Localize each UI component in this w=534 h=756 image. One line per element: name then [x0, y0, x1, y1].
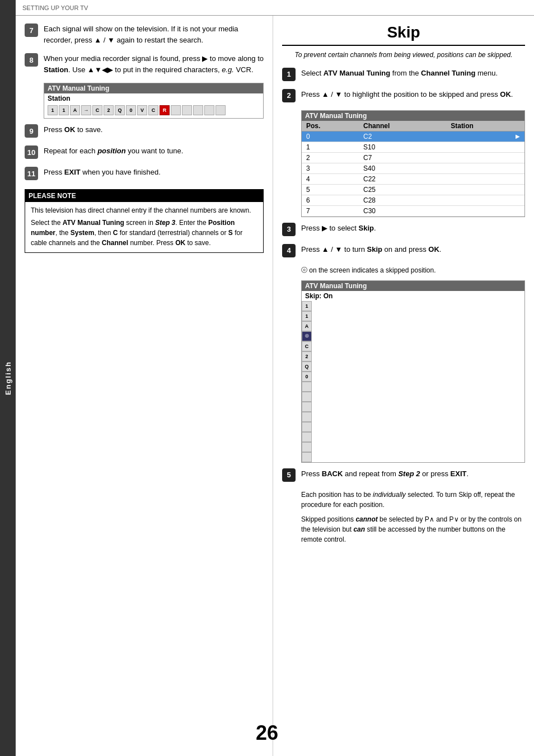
skip-step-3-text: Press ▶ to select Skip. [301, 223, 525, 234]
step-9-number: 9 [25, 124, 38, 138]
key-blank4 [204, 105, 214, 115]
step-9: 9 Press OK to save. [25, 124, 264, 138]
skip-key-0: 0 [302, 372, 312, 382]
skip-icon: ⦾ [301, 265, 307, 274]
cell-pos-7: 7 [302, 205, 359, 216]
step-9-text: Press OK to save. [44, 124, 264, 135]
main-content: 7 Each signal will show on the televisio… [16, 16, 534, 756]
page-number: 26 [256, 721, 278, 745]
step-5-extra-2: Skipped positions cannot be selected by … [301, 514, 525, 544]
step-7-text: Each signal will show on the television.… [44, 24, 264, 45]
cell-pos-0: 0 [302, 131, 359, 142]
skip-on-title: ATV Manual Tuning [302, 281, 524, 291]
key-R: R [160, 105, 170, 115]
skip-key-blank8 [302, 452, 312, 462]
cell-channel-4: C22 [359, 173, 446, 184]
cell-station-4 [446, 173, 524, 184]
step-11: 11 Press EXIT when you have finished. [25, 167, 264, 180]
step-5-extra: Each position has to be individually sel… [301, 490, 525, 544]
step-8-number: 8 [25, 53, 38, 67]
note-line-1: This television has direct channel entry… [31, 205, 257, 215]
cell-station-3 [446, 163, 524, 173]
step-10: 10 Repeat for each position you want to … [25, 145, 264, 159]
cell-channel-1: S10 [359, 142, 446, 152]
skip-key-blank1 [302, 382, 312, 392]
skip-step-3: 3 Press ▶ to select Skip. [282, 223, 525, 236]
skip-key-blank2 [302, 392, 312, 402]
language-label: English [4, 361, 12, 395]
table-row-6: 6 C28 [302, 195, 524, 205]
col-pos: Pos. [302, 121, 359, 132]
skip-subtitle: To prevent certain channels from being v… [282, 50, 525, 60]
skip-on-box: ATV Manual Tuning Skip: On 1 1 A ⦾ C 2 Q… [301, 280, 525, 463]
atv-keyboard: 1 1 A → C 2 Q 0 V C R [44, 104, 263, 118]
cell-station-7 [446, 205, 524, 216]
key-blank2 [182, 105, 192, 115]
right-column: Skip To prevent certain channels from be… [273, 16, 534, 756]
key-0: 0 [126, 105, 136, 115]
cell-pos-3: 3 [302, 163, 359, 173]
skip-key-1a: 1 [302, 301, 312, 311]
skip-key-1b: 1 [302, 311, 312, 321]
step-8-text: When your media recorder signal is found… [44, 53, 264, 75]
skip-step-1: 1 Select ATV Manual Tuning from the Chan… [282, 68, 525, 81]
step-7-number: 7 [25, 24, 38, 37]
cell-station-0: ▶ [446, 131, 524, 142]
skip-step-5: 5 Press BACK and repeat from Step 2 or p… [282, 468, 525, 482]
language-tab: English [0, 0, 16, 756]
key-blank1 [171, 105, 181, 115]
skip-on-label: Skip: On [302, 291, 524, 301]
key-Q: Q [115, 105, 125, 115]
key-C2: C [148, 105, 158, 115]
cell-channel-0: C2 [359, 131, 446, 142]
skip-key-blank7 [302, 442, 312, 452]
step-5-extra-1: Each position has to be individually sel… [301, 490, 525, 510]
skip-step-4: 4 Press ▲ / ▼ to turn Skip on and press … [282, 244, 525, 257]
key-1b: 1 [59, 105, 69, 115]
table-row-1: 1 S10 [302, 142, 524, 152]
atv-table-title: ATV Manual Tuning [302, 111, 524, 121]
cell-pos-2: 2 [302, 152, 359, 163]
key-blank3 [193, 105, 203, 115]
key-V: V [137, 105, 147, 115]
atv-box-title: ATV Manual Tuning [44, 83, 263, 93]
cell-channel-2: C7 [359, 152, 446, 163]
step-8: 8 When your media recorder signal is fou… [25, 53, 264, 75]
please-note-box: PLEASE NOTE This television has direct c… [25, 189, 264, 253]
cell-pos-5: 5 [302, 184, 359, 195]
skip-step-2-text: Press ▲ / ▼ to highlight the position to… [301, 89, 525, 100]
key-blank5 [216, 105, 226, 115]
key-C: C [92, 105, 102, 115]
skip-title: Skip [282, 24, 525, 46]
step-11-text: Press EXIT when you have finished. [44, 167, 264, 178]
skip-step-4-text: Press ▲ / ▼ to turn Skip on and press OK… [301, 244, 525, 255]
table-row-4: 4 C22 [302, 173, 524, 184]
skip-key-blank6 [302, 432, 312, 442]
skip-step-1-number: 1 [282, 68, 296, 81]
skip-step-5-number: 5 [282, 468, 296, 482]
left-column: 7 Each signal will show on the televisio… [16, 16, 273, 756]
table-row-5: 5 C25 [302, 184, 524, 195]
skip-key-2: 2 [302, 351, 312, 361]
key-A: A [70, 105, 80, 115]
cell-station-5 [446, 184, 524, 195]
atv-table-box: ATV Manual Tuning Pos. Channel Station 0… [301, 110, 525, 217]
cell-channel-6: C28 [359, 195, 446, 205]
cell-channel-7: C30 [359, 205, 446, 216]
step-7: 7 Each signal will show on the televisio… [25, 24, 264, 45]
cell-station-2 [446, 152, 524, 163]
note-title: PLEASE NOTE [25, 190, 263, 202]
skip-step-1-text: Select ATV Manual Tuning from the Channe… [301, 68, 525, 79]
table-row-2: 2 C7 [302, 152, 524, 163]
cell-station-1 [446, 142, 524, 152]
col-channel: Channel [359, 121, 446, 132]
note-line-2: Select the ATV Manual Tuning screen in S… [31, 218, 257, 248]
cell-station-6 [446, 195, 524, 205]
key-1a: 1 [48, 105, 58, 115]
table-row-3: 3 S40 [302, 163, 524, 173]
step-10-number: 10 [25, 145, 38, 159]
atv-station-label: Station [44, 93, 263, 104]
cell-channel-5: C25 [359, 184, 446, 195]
key-arrow: → [81, 105, 91, 115]
key-2: 2 [104, 105, 114, 115]
